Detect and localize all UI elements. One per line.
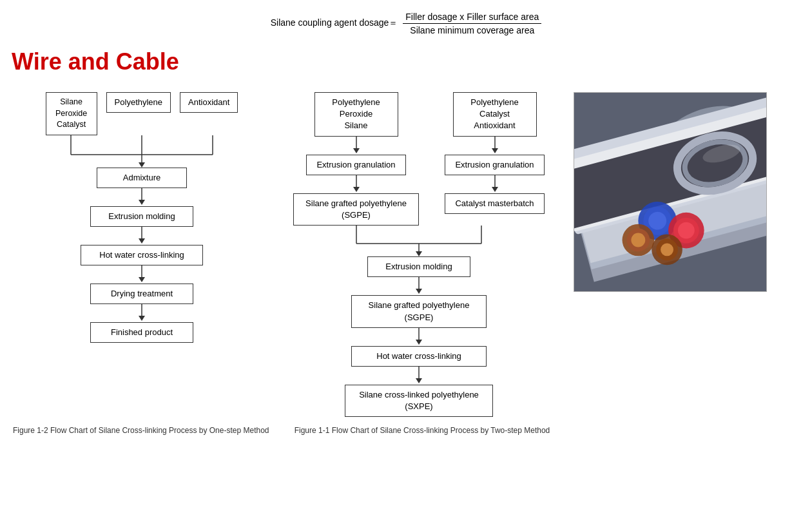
svg-marker-30 [416, 340, 422, 345]
box-extrusion-gran-1: Extrusion granulation [306, 155, 406, 175]
svg-marker-9 [139, 238, 145, 244]
arrow-r5 [412, 277, 425, 295]
box-poly-catalyst-antioxidant: Polyethylene Catalyst Antioxidant [453, 92, 537, 137]
box-finished-product: Finished product [90, 322, 193, 343]
svg-point-46 [678, 222, 695, 239]
right-flowchart: Polyethylene Peroxide Silane Extrusion g… [277, 86, 561, 417]
svg-marker-26 [416, 251, 422, 256]
arrow-r2 [350, 175, 363, 193]
right-col1: Polyethylene Peroxide Silane Extrusion g… [293, 92, 419, 226]
svg-marker-13 [139, 316, 145, 321]
right-merge-svg [293, 226, 545, 256]
formula-numerator: Filler dosage x Filler surface area [403, 12, 541, 24]
arrow-2 [135, 227, 148, 245]
svg-point-49 [631, 233, 645, 247]
svg-marker-11 [139, 277, 145, 282]
box-catalyst-masterbatch: Catalyst masterbatch [445, 193, 545, 214]
formula-fraction: Filler dosage x Filler surface area Sila… [403, 12, 541, 35]
arrow-3 [135, 265, 148, 284]
right-caption-area: Figure 1-1 Flow Chart of Silane Cross-li… [277, 419, 561, 435]
box-admixture: Admixture [97, 168, 187, 188]
svg-marker-32 [416, 378, 422, 383]
svg-marker-28 [416, 289, 422, 294]
box-antioxidant: Antioxidant [180, 92, 238, 113]
svg-marker-5 [139, 162, 145, 168]
box-hot-water-left: Hot water cross-linking [81, 245, 203, 265]
cable-image-box [574, 92, 767, 292]
box-poly-peroxide-silane: Polyethylene Peroxide Silane [314, 92, 398, 137]
cable-image-area [574, 92, 773, 292]
svg-marker-17 [353, 187, 360, 192]
captions-row: Figure 1-2 Flow Chart of Silane Cross-li… [0, 419, 812, 435]
right-figure-caption: Figure 1-1 Flow Chart of Silane Cross-li… [284, 426, 561, 435]
arrow-1 [135, 188, 148, 206]
main-content: Silane Peroxide Catalyst Polyethylene An… [0, 86, 812, 417]
arrow-r1 [350, 137, 363, 155]
left-figure-caption: Figure 1-2 Flow Chart of Silane Cross-li… [6, 426, 277, 435]
formula-section: Silane coupling agent dosage＝ Filler dos… [0, 0, 812, 42]
left-flowchart: Silane Peroxide Catalyst Polyethylene An… [6, 86, 277, 343]
arrow-4 [135, 304, 148, 322]
arrow-r4 [488, 175, 501, 193]
box-drying-treatment: Drying treatment [90, 284, 193, 304]
arrow-r7 [412, 367, 425, 385]
box-silane-peroxide-catalyst: Silane Peroxide Catalyst [46, 92, 97, 135]
formula-denominator: Silane minimum coverage area [403, 24, 541, 35]
left-merge-svg [35, 135, 248, 168]
cable-svg-illustration [574, 93, 766, 291]
svg-marker-19 [492, 148, 498, 153]
formula-label: Silane coupling agent dosage＝ [271, 17, 398, 28]
box-polyethylene: Polyethylene [106, 92, 171, 113]
section-title: Wire and Cable [0, 42, 812, 86]
arrow-r6 [412, 328, 425, 346]
box-extrusion-gran-2: Extrusion granulation [445, 155, 545, 175]
box-extrusion-molding-right: Extrusion molding [367, 256, 470, 277]
box-sxpe: Silane cross-linked polyethylene (SXPE) [345, 385, 493, 417]
box-hot-water-right: Hot water cross-linking [351, 346, 487, 367]
svg-point-43 [648, 212, 666, 230]
right-col2: Polyethylene Catalyst Antioxidant Extrus… [445, 92, 545, 214]
arrow-r3 [488, 137, 501, 155]
left-caption-area: Figure 1-2 Flow Chart of Silane Cross-li… [6, 419, 277, 435]
box-sgpe-1: Silane grafted polyethylene (SGPE) [293, 193, 419, 226]
svg-marker-7 [139, 200, 145, 205]
box-extrusion-molding-left: Extrusion molding [90, 206, 193, 227]
svg-point-52 [661, 243, 673, 256]
svg-marker-21 [492, 187, 498, 192]
box-sgpe-shared: Silane grafted polyethylene (SGPE) [351, 295, 487, 327]
svg-marker-15 [353, 148, 360, 153]
